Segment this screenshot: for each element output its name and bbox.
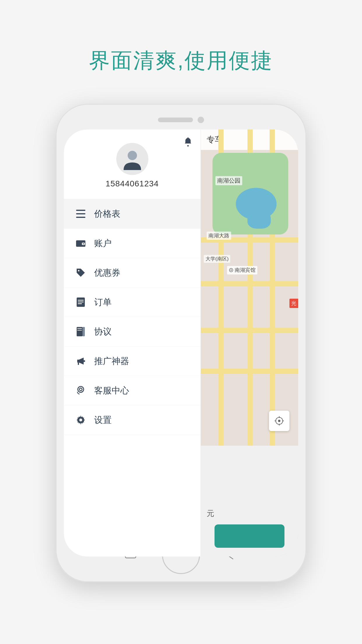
road-label: 南湖大路 bbox=[207, 232, 231, 240]
order-button[interactable] bbox=[215, 524, 284, 548]
svg-rect-17 bbox=[77, 330, 82, 330]
university-label: 大学(南区) bbox=[204, 255, 230, 263]
page-title: 界面清爽,使用便捷 bbox=[89, 47, 273, 75]
menu-item-settings[interactable]: 设置 bbox=[64, 405, 201, 435]
drawer-panel: 15844061234 bbox=[64, 130, 201, 556]
park-label: 南湖公园 bbox=[215, 176, 242, 185]
svg-point-3 bbox=[128, 151, 137, 160]
hotel-label: 南湖宾馆 bbox=[227, 266, 257, 274]
svg-rect-5 bbox=[76, 213, 85, 214]
svg-rect-16 bbox=[77, 328, 82, 329]
svg-rect-13 bbox=[78, 302, 84, 302]
svg-rect-6 bbox=[76, 217, 85, 218]
hotel-name: 南湖宾馆 bbox=[235, 267, 256, 274]
svg-point-10 bbox=[78, 270, 80, 272]
promote-label: 推广神器 bbox=[94, 355, 129, 367]
headset-icon bbox=[74, 384, 87, 397]
book-icon bbox=[74, 325, 87, 338]
menu-item-account[interactable]: 账户 bbox=[64, 229, 201, 258]
menu-item-order[interactable]: 订单 bbox=[64, 288, 201, 317]
wallet-icon bbox=[74, 237, 87, 250]
drawer-header: 15844061234 bbox=[64, 130, 201, 199]
map-bottom-panel: 元 bbox=[201, 446, 298, 556]
svg-point-29 bbox=[278, 420, 280, 422]
phone-shell: 15844061234 bbox=[56, 104, 306, 582]
svg-point-25 bbox=[79, 419, 82, 421]
app-content: 15844061234 bbox=[64, 130, 298, 556]
yuan-label: 元 bbox=[201, 508, 214, 519]
camera-dot bbox=[198, 117, 204, 123]
phone-top-bar bbox=[158, 117, 204, 123]
svg-rect-12 bbox=[78, 300, 84, 301]
gear-icon bbox=[74, 414, 87, 426]
menu-item-service[interactable]: 客服中心 bbox=[64, 376, 201, 405]
svg-rect-19 bbox=[78, 363, 79, 365]
order-icon bbox=[74, 296, 87, 309]
list-icon bbox=[74, 207, 87, 220]
menu-item-price[interactable]: 价格表 bbox=[64, 199, 201, 229]
svg-point-2 bbox=[187, 137, 189, 139]
price-label: 价格表 bbox=[94, 208, 120, 220]
svg-rect-14 bbox=[78, 303, 82, 304]
svg-point-23 bbox=[80, 388, 82, 390]
service-label: 客服中心 bbox=[94, 385, 129, 397]
svg-point-27 bbox=[231, 270, 232, 271]
agreement-label: 协议 bbox=[94, 326, 112, 338]
speaker-bar bbox=[158, 118, 193, 122]
menu-list: 价格表 账户 bbox=[64, 199, 201, 556]
map-park-area bbox=[212, 153, 288, 235]
menu-item-agreement[interactable]: 协议 bbox=[64, 317, 201, 346]
location-button[interactable] bbox=[269, 411, 289, 431]
user-phone-number: 15844061234 bbox=[106, 179, 159, 188]
svg-point-20 bbox=[83, 360, 85, 362]
order-label: 订单 bbox=[94, 296, 112, 308]
user-avatar[interactable] bbox=[116, 143, 148, 175]
megaphone-icon bbox=[74, 355, 87, 368]
tag-icon bbox=[74, 266, 87, 279]
map-lake-2 bbox=[247, 211, 271, 229]
phone-screen: 15844061234 bbox=[64, 130, 298, 556]
phone-mockup: 15844061234 bbox=[56, 104, 306, 582]
svg-rect-4 bbox=[76, 210, 85, 211]
settings-label: 设置 bbox=[94, 414, 112, 426]
svg-rect-18 bbox=[82, 327, 85, 336]
svg-point-9 bbox=[83, 243, 84, 244]
svg-rect-1 bbox=[187, 145, 189, 146]
notification-bell-icon[interactable] bbox=[182, 136, 194, 149]
map-panel: 专车 bbox=[201, 130, 298, 556]
menu-item-coupon[interactable]: 优惠券 bbox=[64, 258, 201, 288]
coupon-label: 优惠券 bbox=[94, 267, 120, 279]
red-label: 光 bbox=[289, 299, 298, 308]
account-label: 账户 bbox=[94, 237, 112, 249]
menu-item-promote[interactable]: 推广神器 bbox=[64, 346, 201, 376]
